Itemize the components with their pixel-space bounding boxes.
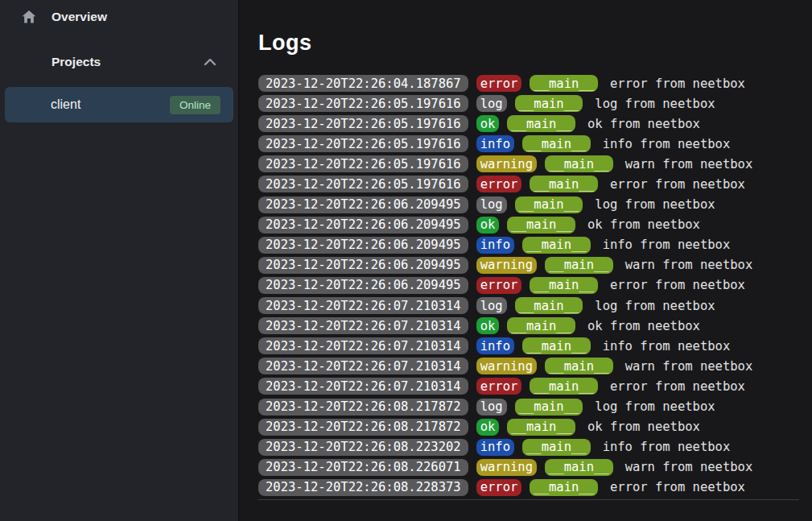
log-row: 2023-12-20T22:26:08.217872 log __main__ … <box>258 399 799 416</box>
log-row: 2023-12-20T22:26:04.187867 error __main_… <box>258 75 799 92</box>
log-message: info from neetbox <box>603 137 731 151</box>
log-message: error from neetbox <box>610 379 745 394</box>
log-message: error from neetbox <box>610 480 745 494</box>
log-series-badge: __main__ <box>507 217 575 234</box>
log-timestamp: 2023-12-20T22:26:08.228373 <box>258 479 468 496</box>
log-level-badge: ok <box>476 115 500 132</box>
log-series-badge: __main__ <box>507 115 575 132</box>
log-level-badge: warning <box>476 155 537 172</box>
log-row: 2023-12-20T22:26:07.210314 ok __main__ o… <box>258 317 799 334</box>
sidebar-item-overview[interactable]: Overview <box>0 0 238 34</box>
project-name: client <box>51 97 80 112</box>
chevron-up-icon[interactable] <box>204 58 216 66</box>
log-level-badge: info <box>476 237 514 254</box>
log-timestamp: 2023-12-20T22:26:07.210314 <box>258 317 468 334</box>
sidebar-item-projects[interactable]: Projects <box>0 45 238 79</box>
log-level-badge: ok <box>476 317 500 334</box>
log-series-badge: __main__ <box>530 378 598 395</box>
log-list-divider <box>258 499 799 500</box>
log-level-badge: log <box>476 399 507 416</box>
log-timestamp: 2023-12-20T22:26:06.209495 <box>258 277 468 294</box>
log-series-badge: __main__ <box>522 439 591 456</box>
log-row: 2023-12-20T22:26:07.210314 error __main_… <box>258 378 799 395</box>
sidebar-item-label: Overview <box>52 10 107 24</box>
log-series-badge: __main__ <box>545 358 613 374</box>
log-row: 2023-12-20T22:26:08.228373 error __main_… <box>258 479 799 496</box>
log-level-badge: info <box>476 439 514 456</box>
log-message: ok from neetbox <box>587 117 700 131</box>
log-message: info from neetbox <box>603 238 731 252</box>
log-timestamp: 2023-12-20T22:26:05.197616 <box>258 155 468 172</box>
log-timestamp: 2023-12-20T22:26:07.210314 <box>258 337 468 354</box>
log-timestamp: 2023-12-20T22:26:07.210314 <box>258 378 468 395</box>
status-badge: Online <box>170 96 221 114</box>
log-row: 2023-12-20T22:26:08.223202 info __main__… <box>258 439 799 456</box>
log-row: 2023-12-20T22:26:08.226071 warning __mai… <box>258 459 799 476</box>
log-row: 2023-12-20T22:26:05.197616 warning __mai… <box>258 155 799 172</box>
log-timestamp: 2023-12-20T22:26:05.197616 <box>258 115 468 132</box>
sidebar-project-client[interactable]: client Online <box>5 87 233 122</box>
log-level-badge: log <box>476 95 507 112</box>
log-message: warn from neetbox <box>625 359 753 374</box>
log-timestamp: 2023-12-20T22:26:07.210314 <box>258 358 468 374</box>
log-message: warn from neetbox <box>625 460 753 474</box>
log-timestamp: 2023-12-20T22:26:05.197616 <box>258 95 468 112</box>
log-level-badge: info <box>476 135 514 152</box>
log-row: 2023-12-20T22:26:07.210314 info __main__… <box>258 337 799 354</box>
log-row: 2023-12-20T22:26:07.210314 warning __mai… <box>258 358 799 374</box>
log-timestamp: 2023-12-20T22:26:06.209495 <box>258 257 468 274</box>
log-series-badge: __main__ <box>515 95 583 112</box>
log-level-badge: error <box>476 479 522 496</box>
log-timestamp: 2023-12-20T22:26:05.197616 <box>258 135 468 152</box>
log-series-badge: __main__ <box>507 317 575 334</box>
log-timestamp: 2023-12-20T22:26:06.209495 <box>258 196 468 213</box>
log-timestamp: 2023-12-20T22:26:04.187867 <box>258 75 468 92</box>
log-row: 2023-12-20T22:26:06.209495 error __main_… <box>258 277 799 294</box>
page-title: Logs <box>258 29 799 56</box>
log-series-badge: __main__ <box>515 196 583 213</box>
log-message: error from neetbox <box>610 278 745 292</box>
log-timestamp: 2023-12-20T22:26:06.209495 <box>258 217 468 234</box>
log-row: 2023-12-20T22:26:05.197616 info __main__… <box>258 135 799 152</box>
log-level-badge: ok <box>476 419 500 436</box>
log-series-badge: __main__ <box>530 277 598 294</box>
log-series-badge: __main__ <box>515 297 583 314</box>
log-message: warn from neetbox <box>625 157 753 172</box>
home-icon <box>20 8 38 26</box>
log-message: ok from neetbox <box>587 217 700 232</box>
log-message: info from neetbox <box>603 440 731 454</box>
log-message: ok from neetbox <box>587 420 700 434</box>
log-timestamp: 2023-12-20T22:26:08.226071 <box>258 459 468 476</box>
log-level-badge: error <box>476 277 522 294</box>
log-level-badge: log <box>476 196 507 213</box>
log-level-badge: error <box>476 75 522 92</box>
log-level-badge: ok <box>476 217 500 234</box>
log-message: log from neetbox <box>595 97 715 111</box>
log-series-badge: __main__ <box>522 237 591 254</box>
log-row: 2023-12-20T22:26:07.210314 log __main__ … <box>258 297 799 314</box>
log-timestamp: 2023-12-20T22:26:07.210314 <box>258 297 468 314</box>
log-message: error from neetbox <box>610 177 745 192</box>
log-row: 2023-12-20T22:26:06.209495 info __main__… <box>258 237 799 254</box>
log-series-badge: __main__ <box>545 459 613 476</box>
log-row: 2023-12-20T22:26:06.209495 warning __mai… <box>258 257 799 274</box>
log-message: info from neetbox <box>603 339 731 354</box>
log-level-badge: error <box>476 378 522 395</box>
log-level-badge: warning <box>476 257 537 274</box>
log-series-badge: __main__ <box>530 75 598 92</box>
projects-menu-icon <box>20 53 38 71</box>
log-series-badge: __main__ <box>530 176 598 192</box>
log-message: error from neetbox <box>610 76 745 91</box>
log-level-badge: info <box>476 337 514 354</box>
log-message: warn from neetbox <box>625 258 753 272</box>
log-level-badge: warning <box>476 358 537 374</box>
log-timestamp: 2023-12-20T22:26:06.209495 <box>258 237 468 254</box>
log-series-badge: __main__ <box>522 135 591 152</box>
log-timestamp: 2023-12-20T22:26:08.217872 <box>258 419 468 436</box>
log-row: 2023-12-20T22:26:05.197616 log __main__ … <box>258 95 799 112</box>
log-message: ok from neetbox <box>587 319 700 333</box>
log-message: log from neetbox <box>595 197 715 212</box>
log-series-badge: __main__ <box>545 155 613 172</box>
sidebar-item-label: Projects <box>52 55 101 69</box>
log-timestamp: 2023-12-20T22:26:08.223202 <box>258 439 468 456</box>
